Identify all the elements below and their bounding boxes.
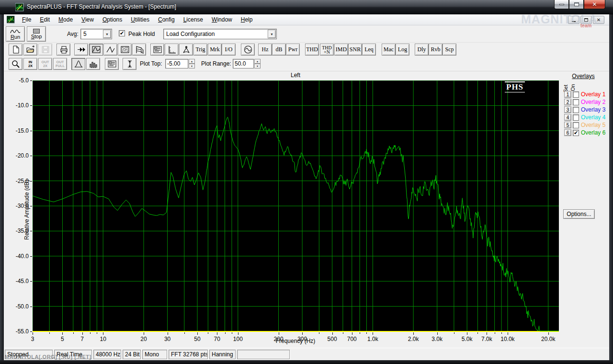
plot-top-spinner[interactable]: ▲▼: [189, 59, 195, 68]
y-tick: [30, 156, 32, 156]
menu-item-license[interactable]: License: [179, 15, 207, 24]
log-button[interactable]: Log: [396, 44, 409, 56]
new-file-button[interactable]: [9, 44, 23, 56]
y-tick-label: -30.0: [9, 203, 29, 209]
menu-bar: FileEditModeViewOptionsUtilitiesConfigLi…: [4, 14, 609, 25]
minimize-button[interactable]: [554, 0, 569, 9]
vertical-scale-button[interactable]: [123, 58, 136, 70]
zoom-in-2x-button[interactable]: IN 2X: [23, 58, 37, 70]
y-tick-label: -50.0: [9, 303, 29, 310]
spectrogram-button[interactable]: [118, 44, 132, 56]
surface-plot-button[interactable]: [132, 44, 146, 56]
overlays-title[interactable]: Overlays: [561, 73, 605, 80]
overlay-set-button-5[interactable]: 5: [564, 122, 571, 128]
macro-button[interactable]: Mac: [382, 44, 396, 56]
peak-hold-checkbox[interactable]: ✔: [119, 30, 125, 36]
menu-item-view[interactable]: View: [77, 15, 98, 24]
avg-combobox[interactable]: 5 ▼: [80, 29, 112, 39]
y-tick-label: -20.0: [9, 152, 29, 159]
snr-button[interactable]: SNR: [348, 44, 362, 56]
reverb-button[interactable]: Rvb: [429, 44, 443, 56]
overlay-set-button-1[interactable]: 1: [564, 91, 571, 98]
open-file-button[interactable]: [23, 44, 37, 56]
imd-button[interactable]: IMD: [334, 44, 348, 56]
spinner-down-icon[interactable]: ▼: [189, 64, 195, 68]
menu-item-help[interactable]: Help: [237, 15, 257, 24]
load-configuration-combobox[interactable]: Load Configuration ▼: [163, 29, 277, 39]
hz-button[interactable]: Hz: [258, 44, 272, 56]
io-button[interactable]: I/O: [222, 44, 236, 56]
x-tick: [279, 332, 279, 335]
x-tick: [548, 332, 549, 335]
marker-button[interactable]: Mrk: [208, 44, 222, 56]
spinner-up-icon[interactable]: ▲: [189, 59, 195, 64]
plot-range-spinner[interactable]: ▲▼: [254, 59, 261, 68]
overlay-on-checkbox-5[interactable]: [573, 122, 579, 128]
overlay-on-checkbox-3[interactable]: [573, 107, 579, 113]
overlay-set-button-6[interactable]: 6: [564, 129, 571, 136]
x-tick-label: 200: [274, 336, 284, 342]
stop-button[interactable]: Stop: [27, 26, 46, 42]
x-tick: [197, 332, 198, 335]
pwr-button[interactable]: Pwr: [286, 44, 300, 56]
menu-item-utilities[interactable]: Utilities: [126, 15, 154, 24]
y-tick-label: -10.0: [9, 102, 29, 109]
calibration-button[interactable]: [179, 44, 193, 56]
y-tick-label: -15.0: [9, 127, 29, 134]
overlay-set-button-4[interactable]: 4: [564, 114, 571, 121]
save-button[interactable]: [38, 44, 52, 56]
overlay-on-checkbox-6[interactable]: ✔: [573, 130, 579, 136]
peak-curve-button[interactable]: [71, 58, 85, 70]
x-tick-label: 2.0k: [408, 336, 419, 342]
menu-item-edit[interactable]: Edit: [35, 15, 54, 24]
spectrum-plot[interactable]: [33, 80, 559, 332]
scaling-button[interactable]: [165, 44, 179, 56]
time-series-button[interactable]: [103, 44, 117, 56]
zoom-out-full-button[interactable]: OUT FULL: [53, 58, 67, 70]
overlay-label: Overlay 5: [581, 122, 605, 128]
overlay-on-checkbox-1[interactable]: [573, 91, 579, 98]
y-tick: [30, 256, 32, 257]
menu-item-options[interactable]: Options: [98, 15, 126, 24]
document-icon[interactable]: [7, 16, 15, 23]
thd-button[interactable]: THD: [305, 44, 319, 56]
chevron-down-icon[interactable]: ▼: [103, 30, 111, 38]
overlay-on-checkbox-2[interactable]: [573, 99, 579, 105]
menu-item-file[interactable]: File: [18, 15, 35, 24]
delay-button[interactable]: Dly: [415, 44, 429, 56]
menu-item-window[interactable]: Window: [207, 15, 237, 24]
zoom-out-2x-button[interactable]: OUT 2X: [38, 58, 52, 70]
plot-top-input[interactable]: -5.00: [165, 59, 188, 68]
menu-item-config[interactable]: Config: [154, 15, 179, 24]
x-tick-label: 700: [347, 336, 357, 342]
thdn-button[interactable]: THD +N: [320, 44, 334, 56]
leq-button[interactable]: Leq: [362, 44, 376, 56]
maximize-button[interactable]: [569, 0, 584, 9]
overlay-options-button[interactable]: Options...: [563, 209, 595, 219]
close-button[interactable]: ✕: [584, 0, 605, 9]
x-tick-label: 3.0k: [431, 336, 443, 342]
scope-button[interactable]: Scp: [443, 44, 456, 56]
trigger-button[interactable]: Trig: [193, 44, 207, 56]
spectrum-display-button[interactable]: [89, 44, 103, 56]
processing-settings-button[interactable]: [150, 44, 164, 56]
spinner-down-icon[interactable]: ▼: [254, 64, 261, 68]
overlay-set-button-2[interactable]: 2: [564, 99, 571, 105]
overlay-on-checkbox-4[interactable]: [573, 114, 579, 121]
print-button[interactable]: [57, 44, 70, 56]
db-button[interactable]: dB: [272, 44, 286, 56]
signal-generator-button[interactable]: [241, 44, 255, 56]
chevron-down-icon[interactable]: ▼: [268, 30, 276, 38]
plot-range-input[interactable]: 50.0: [233, 59, 254, 68]
x-tick-label: 10.0k: [500, 336, 514, 342]
run-button-label: Run: [11, 34, 20, 40]
run-button[interactable]: Run: [6, 26, 25, 42]
menu-item-mode[interactable]: Mode: [54, 15, 77, 24]
overlay-row: 2Overlay 2: [564, 98, 605, 106]
fast-forward-button[interactable]: [74, 44, 88, 56]
spinner-up-icon[interactable]: ▲: [254, 59, 261, 64]
display-settings-button[interactable]: [105, 58, 119, 70]
overlay-set-button-3[interactable]: 3: [564, 106, 571, 113]
bar-display-button[interactable]: [86, 58, 100, 70]
zoom-button[interactable]: [9, 58, 23, 70]
